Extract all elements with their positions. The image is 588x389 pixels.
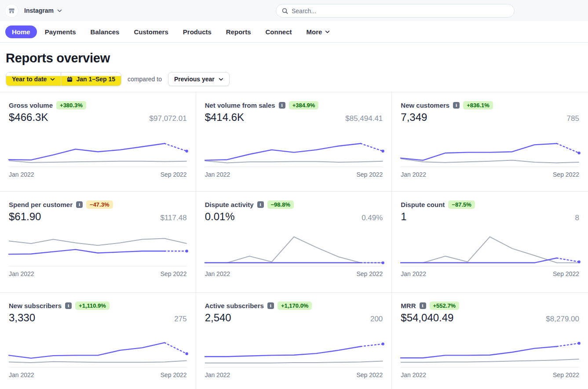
- date-range-label: Jan 1–Sep 15: [76, 76, 115, 83]
- tab-label: Balances: [91, 28, 120, 36]
- metric-card-header: Gross volume+380.3%: [9, 100, 187, 110]
- x-axis-end-label: Sep 2022: [161, 171, 187, 178]
- info-icon[interactable]: i: [279, 102, 285, 109]
- change-badge: +552.7%: [430, 302, 460, 310]
- metric-values: $466.3K$97,072.01: [9, 111, 187, 124]
- metric-card: Active subscribersi+1,170.0%2,540200Jan …: [196, 293, 392, 389]
- change-badge: +1,110.9%: [75, 302, 110, 310]
- sparkline-chart[interactable]: [205, 129, 383, 165]
- x-axis-start-label: Jan 2022: [205, 371, 230, 378]
- change-badge: +380.3%: [56, 101, 86, 109]
- x-axis: Jan 2022Sep 2022: [9, 266, 187, 277]
- forecast-endpoint-dot: [578, 342, 581, 345]
- x-axis-end-label: Sep 2022: [356, 371, 383, 378]
- metric-title: New customers: [401, 102, 449, 109]
- sparkline-chart[interactable]: [401, 330, 579, 366]
- account-switcher[interactable]: Instagram: [24, 7, 62, 14]
- comparison-value: 200: [370, 315, 383, 324]
- tab-label: More: [307, 28, 322, 36]
- comparison-label: Previous year: [174, 76, 215, 83]
- tab-products[interactable]: Products: [176, 25, 218, 38]
- compared-to-label: compared to: [128, 76, 162, 83]
- tab-payments[interactable]: Payments: [38, 25, 83, 38]
- tab-customers[interactable]: Customers: [127, 25, 175, 38]
- search-bar[interactable]: [276, 4, 515, 18]
- tab-label: Products: [183, 28, 212, 36]
- account-avatar[interactable]: [5, 4, 18, 17]
- metric-title: MRR: [401, 302, 416, 309]
- top-bar: Instagram: [0, 0, 588, 21]
- sparkline-chart[interactable]: [9, 129, 187, 165]
- x-axis-start-label: Jan 2022: [401, 270, 426, 277]
- x-axis: Jan 2022Sep 2022: [9, 167, 187, 178]
- x-axis-start-label: Jan 2022: [9, 371, 34, 378]
- forecast-endpoint-dot: [578, 260, 581, 263]
- metric-value: $54,040.49: [401, 312, 453, 324]
- forecast-endpoint-dot: [578, 152, 581, 154]
- metric-card-header: Dispute count−87.5%: [401, 200, 579, 209]
- tab-more[interactable]: More: [300, 25, 337, 38]
- metric-value: $414.6K: [205, 111, 244, 124]
- tab-balances[interactable]: Balances: [84, 25, 126, 38]
- info-icon[interactable]: i: [453, 102, 460, 109]
- sparkline-chart[interactable]: [205, 229, 383, 265]
- sparkline-chart[interactable]: [9, 229, 187, 265]
- range-preset-button[interactable]: Year to date: [6, 73, 61, 86]
- sparkline-chart[interactable]: [401, 229, 579, 265]
- x-axis: Jan 2022Sep 2022: [401, 167, 579, 178]
- forecast-endpoint-dot: [381, 150, 384, 153]
- sparkline-chart[interactable]: [9, 330, 187, 366]
- range-preset-label: Year to date: [12, 76, 47, 83]
- info-icon[interactable]: i: [267, 302, 274, 309]
- forecast-endpoint-dot: [185, 150, 188, 153]
- metric-title: New subscribers: [9, 302, 62, 309]
- search-input[interactable]: [292, 7, 508, 15]
- tab-label: Connect: [266, 28, 292, 36]
- metric-card: New subscribersi+1,110.9%3,330275Jan 202…: [0, 293, 196, 389]
- info-icon[interactable]: i: [420, 302, 426, 309]
- tab-reports[interactable]: Reports: [219, 25, 258, 38]
- forecast-endpoint-dot: [381, 342, 384, 345]
- x-axis-start-label: Jan 2022: [205, 171, 230, 178]
- metric-card-header: MRRi+552.7%: [401, 301, 579, 310]
- metric-card-header: New subscribersi+1,110.9%: [9, 301, 187, 310]
- metric-title: Dispute count: [401, 201, 445, 208]
- tab-label: Reports: [226, 28, 251, 36]
- info-icon[interactable]: i: [65, 302, 72, 309]
- metric-values: 2,540200: [205, 312, 383, 324]
- info-icon[interactable]: i: [257, 201, 264, 208]
- metric-value: 0.01%: [205, 211, 235, 223]
- x-axis-end-label: Sep 2022: [553, 270, 579, 277]
- x-axis-end-label: Sep 2022: [553, 171, 579, 178]
- sparkline-chart[interactable]: [401, 129, 579, 165]
- x-axis-start-label: Jan 2022: [401, 371, 426, 378]
- x-axis: Jan 2022Sep 2022: [205, 367, 383, 378]
- date-range-control: Year to date Jan 1–Sep 15: [6, 72, 121, 86]
- metric-title: Spend per customer: [9, 201, 73, 208]
- metric-card-header: New customersi+836.1%: [401, 100, 579, 110]
- x-axis-end-label: Sep 2022: [356, 171, 383, 178]
- x-axis: Jan 2022Sep 2022: [205, 266, 383, 277]
- metric-value: $61.90: [9, 211, 41, 223]
- tab-label: Payments: [45, 28, 76, 36]
- metric-value: 7,349: [401, 111, 427, 124]
- search-icon: [282, 8, 288, 14]
- sparkline-chart[interactable]: [205, 330, 383, 366]
- metric-title: Net volume from sales: [205, 102, 275, 109]
- tab-home[interactable]: Home: [5, 25, 37, 38]
- comparison-select[interactable]: Previous year: [168, 72, 230, 86]
- metric-value: 1: [401, 211, 406, 223]
- x-axis-end-label: Sep 2022: [553, 371, 579, 378]
- metric-value: 3,330: [9, 312, 35, 324]
- tab-connect[interactable]: Connect: [259, 25, 299, 38]
- date-range-button[interactable]: Jan 1–Sep 15: [61, 73, 121, 86]
- metric-values: 3,330275: [9, 312, 187, 324]
- x-axis-start-label: Jan 2022: [9, 171, 34, 178]
- metric-card: New customersi+836.1%7,349785Jan 2022Sep…: [392, 92, 588, 192]
- change-badge: +384.9%: [289, 101, 319, 109]
- comparison-value: $117.48: [160, 214, 186, 222]
- metric-card-header: Spend per customeri−47.3%: [9, 200, 187, 209]
- info-icon[interactable]: i: [76, 201, 83, 208]
- x-axis: Jan 2022Sep 2022: [9, 367, 187, 378]
- x-axis-end-label: Sep 2022: [356, 270, 383, 277]
